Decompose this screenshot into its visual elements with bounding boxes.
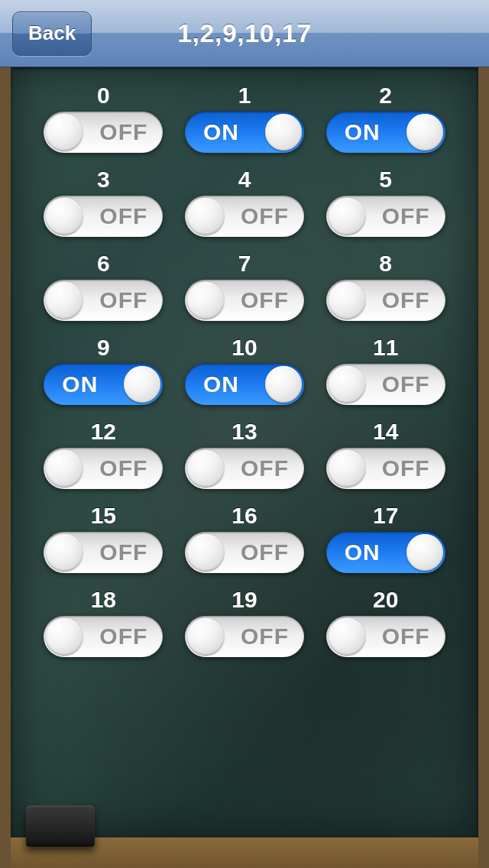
toggle-switch-13[interactable]: OFF xyxy=(185,448,304,489)
switch-state-text: OFF xyxy=(241,532,289,573)
switch-knob xyxy=(46,618,83,655)
toggle-switch-5[interactable]: OFF xyxy=(326,196,445,237)
switch-state-text: OFF xyxy=(241,448,289,489)
switch-cell-18: 18OFF xyxy=(37,587,170,657)
switch-state-text: OFF xyxy=(99,196,147,237)
switch-label: 15 xyxy=(91,503,116,529)
switch-knob xyxy=(329,618,365,655)
toggle-switch-18[interactable]: OFF xyxy=(44,616,163,657)
switch-state-text: ON xyxy=(203,112,239,153)
switch-label: 4 xyxy=(238,167,251,193)
switch-cell-15: 15OFF xyxy=(37,503,170,573)
switch-label: 6 xyxy=(97,251,110,277)
switch-label: 19 xyxy=(232,587,257,613)
toggle-switch-3[interactable]: OFF xyxy=(44,196,163,237)
navbar: Back 1,2,9,10,17 xyxy=(0,0,489,67)
toggle-switch-11[interactable]: OFF xyxy=(326,364,445,405)
toggle-switch-0[interactable]: OFF xyxy=(44,112,163,153)
toggle-switch-6[interactable]: OFF xyxy=(44,280,163,321)
switch-cell-16: 16OFF xyxy=(178,503,312,573)
switch-cell-5: 5OFF xyxy=(319,167,452,237)
switch-state-text: OFF xyxy=(241,280,289,321)
switch-state-text: OFF xyxy=(382,196,430,237)
switch-cell-19: 19OFF xyxy=(178,587,312,657)
switch-state-text: ON xyxy=(345,112,381,153)
switch-label: 11 xyxy=(373,335,398,361)
switch-state-text: OFF xyxy=(99,112,147,153)
back-button-label: Back xyxy=(28,21,76,45)
toggle-switch-12[interactable]: OFF xyxy=(44,448,163,489)
switch-label: 5 xyxy=(379,167,392,193)
toggle-switch-2[interactable]: ON xyxy=(326,112,445,153)
toggle-switch-9[interactable]: ON xyxy=(44,364,163,405)
toggle-switch-20[interactable]: OFF xyxy=(326,616,445,657)
switch-cell-17: 17ON xyxy=(319,503,452,573)
switch-label: 2 xyxy=(379,83,392,108)
switch-cell-14: 14OFF xyxy=(319,419,452,489)
switch-label: 9 xyxy=(97,335,110,361)
switch-label: 18 xyxy=(91,587,116,613)
switch-label: 16 xyxy=(232,503,257,529)
switch-knob xyxy=(329,198,365,235)
switch-label: 17 xyxy=(373,503,398,529)
switch-state-text: OFF xyxy=(241,616,289,657)
switch-state-text: ON xyxy=(345,532,381,573)
chalkboard: 0OFF1ON2ON3OFF4OFF5OFF6OFF7OFF8OFF9ON10O… xyxy=(11,67,478,837)
switch-knob xyxy=(265,366,302,403)
toggle-switch-14[interactable]: OFF xyxy=(326,448,445,489)
switch-knob xyxy=(187,618,224,655)
switch-knob xyxy=(46,450,83,487)
chalk-eraser xyxy=(26,805,95,847)
switch-state-text: OFF xyxy=(99,532,147,573)
switch-cell-13: 13OFF xyxy=(178,419,312,489)
switch-label: 1 xyxy=(238,83,251,108)
switch-cell-10: 10ON xyxy=(178,335,312,405)
switch-cell-2: 2ON xyxy=(319,83,452,153)
switch-state-text: OFF xyxy=(382,364,430,405)
switch-knob xyxy=(265,114,302,151)
switch-state-text: OFF xyxy=(382,280,430,321)
switch-label: 7 xyxy=(238,251,251,277)
switch-knob xyxy=(124,366,160,403)
switch-cell-6: 6OFF xyxy=(37,251,170,321)
switch-knob xyxy=(46,534,83,571)
switch-knob xyxy=(46,282,83,319)
switch-state-text: OFF xyxy=(241,196,289,237)
switch-knob xyxy=(329,282,365,319)
switch-knob xyxy=(187,282,224,319)
switch-cell-20: 20OFF xyxy=(319,587,452,657)
toggle-switch-7[interactable]: OFF xyxy=(185,280,304,321)
switch-cell-1: 1ON xyxy=(178,83,312,153)
switch-knob xyxy=(406,114,443,151)
switch-knob xyxy=(187,198,224,235)
switch-label: 3 xyxy=(97,167,110,193)
switch-knob xyxy=(187,534,224,571)
back-button[interactable]: Back xyxy=(12,11,92,56)
switch-state-text: OFF xyxy=(99,616,147,657)
toggle-switch-10[interactable]: ON xyxy=(185,364,304,405)
switch-knob xyxy=(46,114,83,151)
switch-state-text: OFF xyxy=(99,280,147,321)
switch-label: 0 xyxy=(97,83,110,108)
toggle-switch-17[interactable]: ON xyxy=(326,532,445,573)
switch-state-text: ON xyxy=(62,364,98,405)
page-title: 1,2,9,10,17 xyxy=(177,18,312,48)
toggle-switch-4[interactable]: OFF xyxy=(185,196,304,237)
switch-cell-4: 4OFF xyxy=(178,167,312,237)
switch-state-text: OFF xyxy=(382,616,430,657)
toggle-switch-15[interactable]: OFF xyxy=(44,532,163,573)
toggle-switch-8[interactable]: OFF xyxy=(326,280,445,321)
toggle-switch-19[interactable]: OFF xyxy=(185,616,304,657)
switch-knob xyxy=(187,450,224,487)
switch-knob xyxy=(329,366,365,403)
switch-label: 14 xyxy=(373,419,398,445)
toggle-switch-16[interactable]: OFF xyxy=(185,532,304,573)
switch-state-text: OFF xyxy=(99,448,147,489)
switch-knob xyxy=(46,198,83,235)
chalkboard-frame: 0OFF1ON2ON3OFF4OFF5OFF6OFF7OFF8OFF9ON10O… xyxy=(0,67,489,868)
switch-knob xyxy=(329,450,365,487)
toggle-switch-1[interactable]: ON xyxy=(185,112,304,153)
switch-cell-0: 0OFF xyxy=(37,83,170,153)
switch-knob xyxy=(406,534,443,571)
switch-label: 12 xyxy=(91,419,116,445)
